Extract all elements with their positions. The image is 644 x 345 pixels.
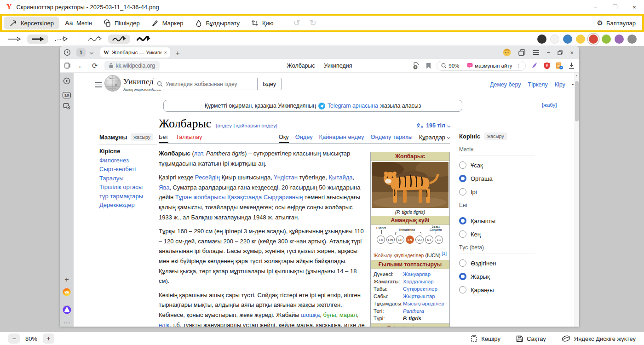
undo-button[interactable]: ↺ xyxy=(289,18,305,28)
arrow-style-bold[interactable] xyxy=(27,34,48,44)
browser-minimize-button[interactable]: − xyxy=(547,49,551,56)
color-green[interactable] xyxy=(602,34,611,44)
toc-item-habitat[interactable]: Тіршілік ортасы xyxy=(99,184,157,190)
login-link[interactable]: Кіру xyxy=(555,81,565,88)
video-player-icon[interactable] xyxy=(60,77,74,86)
zoom-in-button[interactable]: + xyxy=(43,334,54,344)
new-tab-button[interactable]: + xyxy=(176,49,180,57)
radio-color-auto[interactable]: Өздігінен xyxy=(459,259,535,267)
tool-blur[interactable]: Бұлдырлату xyxy=(189,17,245,29)
squiggle-style-bold[interactable] xyxy=(132,34,155,44)
wikipedia-globe-logo[interactable]: W И xyxy=(104,75,121,92)
close-button[interactable]: × xyxy=(631,4,638,11)
address-bar[interactable]: kk.wikipedia.org xyxy=(104,61,160,70)
pill-more-icon[interactable]: ⋮ xyxy=(516,63,522,69)
translate-doc-icon[interactable] xyxy=(556,62,563,69)
zoom-control[interactable]: 90% xyxy=(441,63,459,69)
title-edit-links[interactable]: [өңдеу | қайнарын өңдеу] xyxy=(216,123,277,128)
toc-item-subspecies[interactable]: түр тармақтары xyxy=(99,194,157,199)
color-white[interactable] xyxy=(550,34,559,44)
tabs-dropdown-chevron-icon[interactable] xyxy=(90,51,93,54)
search-button[interactable]: Іздеу xyxy=(257,78,281,90)
alice-assistant-icon[interactable] xyxy=(60,305,74,316)
radio-text-small[interactable]: Ұсақ xyxy=(459,161,535,169)
kingdom-link[interactable]: Жануарлар xyxy=(403,271,431,277)
donate-link[interactable]: Демеу беру xyxy=(490,81,521,88)
yandex-mail-icon[interactable] xyxy=(60,288,74,298)
toc-item-intro[interactable]: Кіріспе xyxy=(99,149,157,154)
tab-read[interactable]: Оқу xyxy=(279,133,289,143)
squiggle-style-medium[interactable] xyxy=(108,34,130,44)
radio-text-large[interactable]: Ірі xyxy=(459,188,535,196)
color-yellow[interactable] xyxy=(576,34,585,44)
radio-text-standard[interactable]: Орташа xyxy=(459,175,535,182)
toc-item-appearance[interactable]: Сырт-келбеті xyxy=(99,167,157,172)
color-blue[interactable] xyxy=(563,34,572,44)
wiki-menu-icon[interactable] xyxy=(95,81,102,89)
tab-edit-source[interactable]: Қайнарын өңдеу xyxy=(319,133,364,143)
color-gray[interactable] xyxy=(627,34,637,44)
tab-talk[interactable]: Талқылау xyxy=(176,133,202,143)
screenshot-panel-icon[interactable] xyxy=(60,103,74,111)
status-link[interactable]: Жойылу қаупіндегілер xyxy=(374,253,424,258)
tool-text[interactable]: Аа Мәтін xyxy=(59,17,98,29)
radio-color-light[interactable]: Жарық xyxy=(459,273,535,280)
radio-width-standard[interactable]: Қалыпты xyxy=(459,217,535,224)
tab-tools[interactable]: Құралдар xyxy=(419,133,450,143)
browser-tab[interactable]: W Жолбарыс — Уикипеди × xyxy=(100,47,170,58)
read-aloud-button[interactable]: мазмұнын айту xyxy=(467,63,512,69)
toc-item-distribution[interactable]: Таралуы xyxy=(99,176,157,181)
tab-counter[interactable]: 1 xyxy=(76,48,86,57)
sidebar-panels-icon[interactable] xyxy=(64,62,71,69)
phylum-link[interactable]: Хордалылар xyxy=(403,279,433,284)
tab-page[interactable]: Бет xyxy=(159,133,168,143)
status-reference[interactable]: [1] xyxy=(442,251,447,256)
tabs-count-badge[interactable]: 10 xyxy=(60,90,74,98)
bookmark-icon[interactable] xyxy=(426,63,431,69)
telegram-link[interactable]: Telegram арнасына xyxy=(328,103,378,109)
browser-menu-icon[interactable] xyxy=(533,50,540,55)
reload-button[interactable]: ⟳ xyxy=(92,62,98,70)
order-link[interactable]: Жыртқыштар xyxy=(403,293,435,299)
genus-link[interactable]: Panthera xyxy=(403,308,424,314)
radio-width-wide[interactable]: Кең xyxy=(459,230,535,238)
color-purple[interactable] xyxy=(615,34,624,44)
tab-edit[interactable]: Өңдеу xyxy=(295,133,313,143)
back-button[interactable]: ← xyxy=(78,62,85,69)
arrow-style-thin[interactable] xyxy=(4,34,25,44)
zoom-out-button[interactable]: − xyxy=(8,334,20,344)
toc-hide-button[interactable]: жасыру xyxy=(131,133,153,141)
maximize-button[interactable] xyxy=(613,5,617,9)
profile-avatar[interactable] xyxy=(503,48,511,57)
toc-item-references[interactable]: Дереккөздер xyxy=(99,202,157,207)
settings-button[interactable]: ⚙ Баптаулар xyxy=(597,19,640,27)
color-red-selected[interactable] xyxy=(589,34,598,44)
toc-item-phylogenesis[interactable]: Филогенез xyxy=(99,158,157,163)
scrollbar-up-arrow-icon[interactable]: ▲ xyxy=(574,74,579,77)
download-icon[interactable] xyxy=(569,62,575,69)
panels-icon[interactable] xyxy=(518,49,525,56)
radio-color-dark[interactable]: Қараңғы xyxy=(459,286,535,293)
redo-button[interactable]: ↻ xyxy=(305,18,321,28)
tool-arrows[interactable]: Көрсеткілер xyxy=(4,17,59,29)
tool-shapes[interactable]: Пішіндер xyxy=(98,17,145,29)
minimize-button[interactable]: − xyxy=(592,4,599,11)
tab-history[interactable]: Өңделу тарихы xyxy=(370,133,412,143)
class-link[interactable]: Сүтқоректілер xyxy=(403,286,437,292)
page-scrollbar[interactable]: ▲ xyxy=(574,73,579,327)
save-button[interactable]: Сақтау xyxy=(516,335,546,342)
register-link[interactable]: Тіркелу xyxy=(528,81,548,88)
tiger-photo[interactable] xyxy=(371,161,449,209)
protect-shield-icon[interactable] xyxy=(544,62,550,69)
collections-icon[interactable]: 1 xyxy=(413,62,420,69)
appearance-hide-button[interactable]: жасыру xyxy=(484,132,507,140)
pen-extension-icon[interactable] xyxy=(531,62,538,69)
squiggle-style-thin[interactable] xyxy=(84,34,106,44)
arrow-style-dotted[interactable] xyxy=(51,34,72,44)
history-clock-icon[interactable] xyxy=(63,49,71,56)
sidebar-add-icon[interactable]: + xyxy=(60,275,74,284)
tool-marker[interactable]: Маркер xyxy=(145,17,189,29)
sidebar-more-icon[interactable]: ⋯ xyxy=(60,318,74,327)
browser-restore-button[interactable] xyxy=(558,50,563,55)
upload-yandex-disk-button[interactable]: Яндекс Дискіге жүктеу xyxy=(562,335,636,342)
